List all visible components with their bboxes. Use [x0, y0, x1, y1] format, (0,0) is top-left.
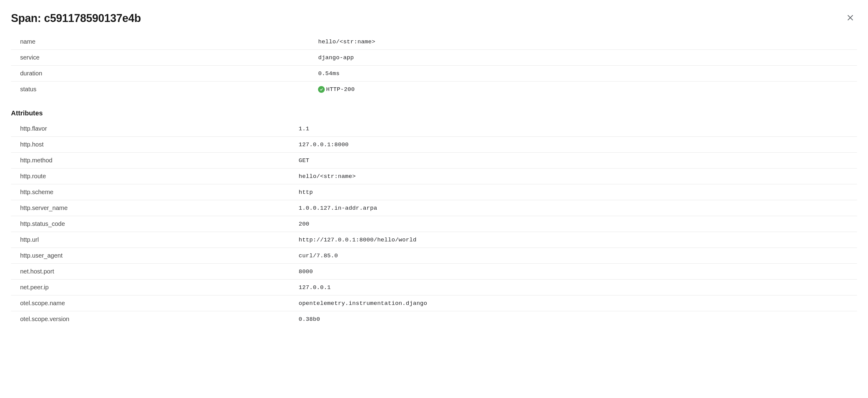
row-value: HTTP-200 [299, 86, 857, 93]
row-key: http.host [11, 141, 299, 148]
row-value: hello/<str:name> [299, 173, 857, 180]
row-value: 0.54ms [299, 70, 857, 77]
row-value: django-app [299, 54, 857, 61]
table-row: statusHTTP-200 [11, 82, 857, 97]
row-value-text: 127.0.0.1 [299, 284, 331, 291]
page-title: Span: c591178590137e4b [11, 12, 141, 25]
table-row: duration0.54ms [11, 66, 857, 82]
row-key: http.route [11, 173, 299, 180]
row-key: otel.scope.version [11, 315, 299, 323]
row-key: http.method [11, 157, 299, 164]
table-row: http.status_code200 [11, 216, 857, 232]
overview-table: namehello/<str:name>servicedjango-appdur… [11, 34, 857, 97]
table-row: net.host.port8000 [11, 264, 857, 280]
row-value: 1.1 [299, 125, 857, 132]
row-value: hello/<str:name> [299, 38, 857, 45]
row-value-text: django-app [318, 54, 354, 61]
table-row: namehello/<str:name> [11, 34, 857, 50]
close-button[interactable] [844, 11, 857, 25]
row-value: 8000 [299, 268, 857, 275]
table-row: http.flavor1.1 [11, 121, 857, 137]
row-value: 0.38b0 [299, 316, 857, 323]
row-value: curl/7.85.0 [299, 252, 857, 259]
row-key: service [11, 54, 299, 61]
table-row: net.peer.ip127.0.0.1 [11, 280, 857, 296]
row-value-text: 0.54ms [318, 70, 339, 77]
row-key: otel.scope.name [11, 300, 299, 307]
table-row: http.user_agentcurl/7.85.0 [11, 248, 857, 264]
row-key: http.flavor [11, 125, 299, 132]
row-value: http://127.0.0.1:8000/hello/world [299, 237, 857, 243]
row-value: opentelemetry.instrumentation.django [299, 300, 857, 307]
row-value-text: 200 [299, 221, 309, 227]
table-row: otel.scope.nameopentelemetry.instrumenta… [11, 296, 857, 311]
row-value-text: 0.38b0 [299, 316, 320, 323]
row-value-text: http [299, 189, 313, 196]
row-value-text: GET [299, 157, 309, 164]
row-value-text: HTTP-200 [326, 86, 355, 93]
row-value-text: opentelemetry.instrumentation.django [299, 300, 427, 307]
table-row: http.urlhttp://127.0.0.1:8000/hello/worl… [11, 232, 857, 248]
attributes-heading: Attributes [11, 109, 857, 117]
row-value: http [299, 189, 857, 196]
table-row: http.schemehttp [11, 184, 857, 200]
table-row: otel.scope.version0.38b0 [11, 311, 857, 327]
row-key: duration [11, 70, 299, 77]
row-key: http.url [11, 236, 299, 243]
row-value-text: 127.0.0.1:8000 [299, 141, 348, 148]
row-key: http.scheme [11, 189, 299, 196]
row-value-text: hello/<str:name> [299, 173, 355, 180]
close-icon [846, 13, 855, 23]
row-key: net.host.port [11, 268, 299, 275]
row-value: 127.0.0.1 [299, 284, 857, 291]
row-value-text: hello/<str:name> [318, 38, 375, 45]
attributes-table: http.flavor1.1http.host127.0.0.1:8000htt… [11, 121, 857, 327]
checkmark-circle-icon [318, 86, 325, 93]
row-key: http.server_name [11, 205, 299, 212]
title-prefix: Span: [11, 12, 44, 24]
row-key: net.peer.ip [11, 284, 299, 291]
row-value-text: 8000 [299, 268, 313, 275]
row-key: http.status_code [11, 220, 299, 227]
row-value-text: http://127.0.0.1:8000/hello/world [299, 237, 416, 243]
table-row: http.routehello/<str:name> [11, 169, 857, 184]
table-row: servicedjango-app [11, 50, 857, 66]
span-id: c591178590137e4b [44, 12, 141, 24]
row-value: 127.0.0.1:8000 [299, 141, 857, 148]
panel-header: Span: c591178590137e4b [11, 11, 857, 25]
row-value-text: 1.1 [299, 125, 309, 132]
table-row: http.methodGET [11, 153, 857, 169]
row-value: GET [299, 157, 857, 164]
row-value: 1.0.0.127.in-addr.arpa [299, 205, 857, 212]
row-key: http.user_agent [11, 252, 299, 259]
row-key: status [11, 86, 299, 93]
row-value-text: 1.0.0.127.in-addr.arpa [299, 205, 377, 212]
table-row: http.server_name1.0.0.127.in-addr.arpa [11, 200, 857, 216]
table-row: http.host127.0.0.1:8000 [11, 137, 857, 153]
row-value-text: curl/7.85.0 [299, 252, 338, 259]
row-value: 200 [299, 221, 857, 227]
row-key: name [11, 38, 299, 45]
